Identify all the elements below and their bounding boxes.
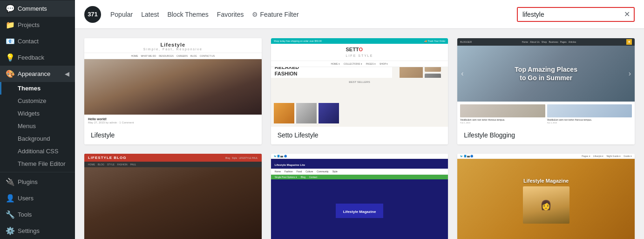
sidebar-item-background[interactable]: Background — [0, 132, 75, 145]
sidebar-item-label: Projects — [18, 21, 40, 28]
sidebar-item-widgets[interactable]: Widgets — [0, 107, 75, 120]
sidebar-item-label: Contact — [18, 38, 39, 45]
theme-grid: Lifestyle Simple, Fast, Responsive HOMEW… — [75, 29, 644, 239]
theme-thumbnail-lifestyle-blog: LIFESTYLE BLOG Blog Style LIFESTYLE PAUL… — [84, 154, 262, 239]
sidebar-item-tools[interactable]: 🔧 Tools — [0, 206, 75, 223]
theme-label-blogging: Lifestyle Blogging — [457, 127, 635, 144]
sidebar-sub-label: Themes — [18, 85, 41, 92]
appearance-icon: 🎨 — [6, 69, 14, 78]
nav-favorites[interactable]: Favorites — [217, 9, 244, 20]
sidebar: 💬 Comments 📁 Projects 📧 Contact 💡 Feedba… — [0, 0, 75, 239]
theme-card-lifestyle-blog[interactable]: LIFESTYLE BLOG Blog Style LIFESTYLE PAUL… — [84, 154, 262, 239]
chevron-right-icon: ◀ — [65, 70, 69, 77]
sidebar-item-feedback[interactable]: 💡 Feedback — [0, 49, 75, 66]
sidebar-item-label: Feedback — [18, 54, 44, 61]
tools-icon: 🔧 — [6, 210, 14, 219]
sidebar-item-settings[interactable]: ⚙️ Settings — [0, 223, 75, 239]
sidebar-sub-label: Additional CSS — [18, 148, 58, 155]
sidebar-sub-label: Customize — [18, 97, 46, 104]
sidebar-item-plugins[interactable]: 🔌 Plugins — [0, 174, 75, 190]
comments-icon: 💬 — [6, 4, 14, 13]
sidebar-item-themes[interactable]: Themes — [0, 82, 75, 95]
theme-thumbnail-magazine: 🐦 📘 📷 🔵 Pages ▾ Lifestyle ▾ Night Guide … — [457, 154, 635, 239]
main-content: 371 Popular Latest Block Themes Favorite… — [75, 0, 644, 239]
theme-count-badge: 371 — [84, 6, 101, 23]
search-clear-button[interactable]: ✕ — [620, 8, 634, 20]
nav-latest[interactable]: Latest — [141, 9, 159, 20]
theme-row-2: LIFESTYLE BLOG Blog Style LIFESTYLE PAUL… — [84, 154, 635, 239]
sidebar-item-appearance[interactable]: 🎨 Appearance ◀ — [0, 66, 75, 82]
sidebar-item-contact[interactable]: 📧 Contact — [0, 33, 75, 49]
sidebar-item-label: Users — [18, 195, 34, 202]
sidebar-item-label: Settings — [18, 227, 40, 234]
sidebar-appearance-label: Appearance — [18, 70, 50, 77]
sidebar-item-customize[interactable]: Customize — [0, 95, 75, 107]
search-input[interactable] — [518, 8, 620, 21]
sidebar-item-label: Plugins — [18, 178, 38, 185]
toolbar-nav: Popular Latest Block Themes Favorites ⚙ … — [110, 9, 508, 20]
sidebar-item-users[interactable]: 👤 Users — [0, 190, 75, 206]
feedback-icon: 💡 — [6, 53, 14, 62]
contact-icon: 📧 — [6, 37, 14, 46]
nav-popular[interactable]: Popular — [110, 9, 133, 20]
theme-thumbnail-blogging: BLOGGER Home About Us Shop Business Page… — [457, 38, 635, 127]
theme-card-lifestyle-magazine-lite[interactable]: 🐦 📘 📷 🔵 Lifestyle Magazine Lite HomeFash… — [271, 154, 448, 239]
toolbar: 371 Popular Latest Block Themes Favorite… — [75, 0, 644, 29]
theme-card-lifestyle-magazine[interactable]: 🐦 📘 📷 🔵 Pages ▾ Lifestyle ▾ Night Guide … — [457, 154, 635, 239]
plugins-icon: 🔌 — [6, 178, 14, 186]
theme-label-lifestyle: Lifestyle — [84, 127, 262, 144]
sidebar-item-theme-file-editor[interactable]: Theme File Editor — [0, 157, 75, 170]
sidebar-item-menus[interactable]: Menus — [0, 120, 75, 132]
theme-label-setto: Setto Lifestyle — [271, 127, 448, 144]
theme-card-lifestyle[interactable]: Lifestyle Simple, Fast, Responsive HOMEW… — [84, 38, 262, 144]
theme-thumbnail-setto: Shop today free shipping on order over $… — [271, 38, 448, 127]
sidebar-sub-label: Theme File Editor — [18, 160, 66, 167]
sidebar-sub-label: Menus — [18, 123, 36, 130]
projects-icon: 📁 — [6, 20, 14, 29]
nav-feature-filter[interactable]: ⚙ Feature Filter — [252, 9, 298, 20]
sidebar-item-label: Tools — [18, 211, 32, 218]
users-icon: 👤 — [6, 194, 14, 203]
sidebar-item-comments[interactable]: 💬 Comments — [0, 0, 75, 17]
settings-icon: ⚙️ — [6, 226, 14, 235]
sidebar-item-additional-css[interactable]: Additional CSS — [0, 145, 75, 157]
sidebar-item-label: Comments — [18, 5, 47, 12]
feature-filter-label: Feature Filter — [260, 11, 298, 18]
theme-card-setto-lifestyle[interactable]: Shop today free shipping on order over $… — [271, 38, 448, 144]
theme-card-lifestyle-blogging[interactable]: BLOGGER Home About Us Shop Business Page… — [457, 38, 635, 144]
theme-thumbnail-lifestyle: Lifestyle Simple, Fast, Responsive HOMEW… — [84, 38, 262, 127]
sidebar-item-projects[interactable]: 📁 Projects — [0, 17, 75, 33]
search-wrap: ✕ — [517, 7, 635, 22]
theme-thumbnail-magazine-lite: 🐦 📘 📷 🔵 Lifestyle Magazine Lite HomeFash… — [271, 154, 448, 239]
nav-block-themes[interactable]: Block Themes — [167, 9, 208, 20]
sidebar-sub-label: Widgets — [18, 110, 40, 117]
theme-row-1: Lifestyle Simple, Fast, Responsive HOMEW… — [84, 38, 635, 144]
gear-icon: ⚙ — [252, 11, 258, 18]
sidebar-sub-label: Background — [18, 135, 50, 142]
